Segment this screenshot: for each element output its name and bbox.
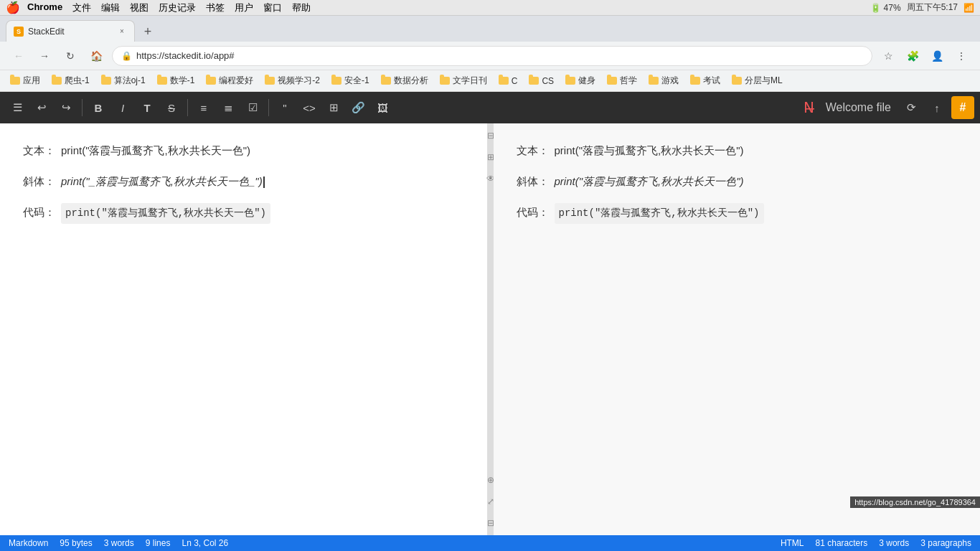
toolbar-separator-1 (82, 99, 83, 116)
menubar-items: Chrome 文件 编辑 视图 历史记录 书签 用户 窗口 帮助 (27, 1, 974, 14)
menubar-user[interactable]: 用户 (235, 1, 253, 14)
menubar-history[interactable]: 历史记录 (159, 1, 196, 14)
menu-button[interactable]: ⋮ (951, 46, 971, 66)
bookmark-star-button[interactable]: ☆ (878, 46, 898, 66)
preview-row-normal: 文本： print("落霞与孤鹜齐飞,秋水共长天一色") (517, 141, 958, 160)
editor-pane[interactable]: 文本： print("落霞与孤鹜齐飞,秋水共长天一色") 斜体： print("… (0, 123, 488, 535)
tab-bar: S StackEdit × + (0, 16, 980, 42)
preview-label-normal: 文本： (517, 141, 549, 160)
bookmark-data[interactable]: 数据分析 (377, 72, 433, 89)
text-label-code: 代码： (23, 202, 55, 222)
bookmark-fitness[interactable]: 健身 (561, 72, 600, 89)
active-tab[interactable]: S StackEdit × (6, 20, 135, 42)
quote-button[interactable]: " (273, 96, 296, 119)
tab-close-button[interactable]: × (117, 27, 127, 37)
link-button[interactable]: 🔗 (347, 96, 369, 119)
extension-button[interactable]: 🧩 (903, 46, 923, 66)
preview-content-code: print("落霞与孤鹜齐飞,秋水共长天一色") (555, 203, 764, 224)
status-words-right: 3 words (879, 538, 909, 548)
reload-button[interactable]: ↻ (60, 46, 80, 66)
folder-icon (607, 77, 617, 85)
folder-icon (10, 77, 20, 85)
redo-button[interactable]: ↪ (55, 96, 77, 119)
bookmark-exam[interactable]: 考试 (686, 72, 725, 89)
bookmark-label: 爬虫-1 (65, 75, 90, 87)
text-cursor (263, 176, 265, 188)
checklist-button[interactable]: ☑ (241, 96, 264, 119)
bookmark-game[interactable]: 游戏 (644, 72, 683, 89)
menubar: 🍎 Chrome 文件 编辑 视图 历史记录 书签 用户 窗口 帮助 🔋 47%… (0, 0, 980, 16)
undo-button[interactable]: ↩ (30, 96, 53, 119)
bookmark-math[interactable]: 数学-1 (153, 72, 199, 89)
preview-pane: 文本： print("落霞与孤鹜齐飞,秋水共长天一色") 斜体： print("… (494, 123, 981, 535)
bookmark-label: 应用 (23, 75, 40, 87)
new-tab-button[interactable]: + (138, 22, 158, 42)
table-button[interactable]: ⊞ (322, 96, 345, 119)
folder-icon (101, 77, 111, 85)
folder-icon (157, 77, 167, 85)
bookmark-philosophy[interactable]: 哲学 (603, 72, 641, 89)
folder-icon (565, 77, 575, 85)
editor-divider: ⊟ ⊞ 👁 ⊕ ⤢ ⊟ (488, 123, 494, 535)
folder-icon (331, 77, 341, 85)
sidebar-toggle-button[interactable]: ☰ (6, 96, 29, 119)
bookmark-label: 健身 (578, 75, 595, 87)
profile-button[interactable]: 👤 (927, 46, 947, 66)
address-bar: ← → ↻ 🏠 🔒 https://stackedit.io/app# ☆ 🧩 … (0, 42, 980, 70)
image-button[interactable]: 🖼 (371, 96, 394, 119)
text-label-italic: 斜体： (23, 171, 55, 191)
bookmark-label: 考试 (703, 75, 720, 87)
home-button[interactable]: 🏠 (86, 46, 106, 66)
forward-button[interactable]: → (34, 46, 55, 66)
bookmark-label: 视频学习-2 (278, 75, 320, 87)
bookmark-cs[interactable]: CS (524, 74, 558, 88)
status-format: HTML (781, 538, 804, 548)
url-text: https://stackedit.io/app# (136, 50, 235, 61)
preview-content-normal: print("落霞与孤鹜齐飞,秋水共长天一色") (555, 141, 744, 160)
apple-menu[interactable]: 🍎 (6, 1, 20, 14)
unordered-list-button[interactable]: ≡ (192, 96, 215, 119)
menubar-chrome[interactable]: Chrome (27, 1, 62, 14)
bookmark-c[interactable]: C (494, 74, 522, 88)
bookmark-apps[interactable]: 应用 (6, 72, 44, 89)
bookmark-algo[interactable]: 算法oj-1 (97, 72, 150, 89)
italic-button[interactable]: I (111, 96, 134, 119)
url-bar[interactable]: 🔒 https://stackedit.io/app# (112, 46, 872, 66)
bold-button[interactable]: B (87, 96, 110, 119)
sync-button[interactable]: ⟳ (900, 96, 923, 119)
bookmark-label: 数据分析 (394, 75, 428, 87)
strikethrough-button[interactable]: S (160, 96, 183, 119)
folder-icon (499, 77, 509, 85)
menubar-window[interactable]: 窗口 (263, 1, 282, 14)
bookmark-security[interactable]: 安全-1 (327, 72, 374, 89)
folder-icon (440, 77, 450, 85)
stackedit-logo: N̶ (804, 99, 814, 116)
bookmark-spider[interactable]: 爬虫-1 (47, 72, 94, 89)
tab-title: StackEdit (28, 27, 113, 37)
status-bytes: 95 bytes (60, 538, 92, 548)
bookmark-literature[interactable]: 文学日刊 (435, 72, 491, 89)
status-words-left: 3 words (104, 538, 134, 548)
se-toolbar: ☰ ↩ ↪ B I T S ≡ ≣ ☑ " <> ⊞ 🔗 🖼 N̶ Welcom… (0, 92, 980, 123)
ordered-list-button[interactable]: ≣ (217, 96, 240, 119)
menubar-view[interactable]: 视图 (130, 1, 149, 14)
preview-label-code: 代码： (517, 202, 549, 222)
heading-button[interactable]: T (136, 96, 159, 119)
bookmark-label: 哲学 (620, 75, 637, 87)
status-paragraphs: 3 paragraphs (920, 538, 971, 548)
back-button[interactable]: ← (9, 46, 29, 66)
bookmark-coding[interactable]: 编程爱好 (202, 72, 258, 89)
toolbar-separator-3 (268, 99, 269, 116)
code-button[interactable]: <> (298, 96, 321, 119)
bookmark-video[interactable]: 视频学习-2 (260, 72, 324, 89)
menubar-help[interactable]: 帮助 (292, 1, 311, 14)
upload-button[interactable]: ↑ (925, 96, 948, 119)
menubar-bookmarks[interactable]: 书签 (206, 1, 225, 14)
menubar-file[interactable]: 文件 (72, 1, 91, 14)
hash-button[interactable]: # (951, 96, 974, 119)
text-content-code: print("落霞与孤鹜齐飞,秋水共长天一色") (61, 203, 270, 224)
bookmark-label: 分层与ML (745, 75, 783, 87)
bookmark-ml[interactable]: 分层与ML (727, 72, 787, 89)
address-right-icons: ☆ 🧩 👤 ⋮ (878, 46, 971, 66)
menubar-edit[interactable]: 编辑 (101, 1, 120, 14)
